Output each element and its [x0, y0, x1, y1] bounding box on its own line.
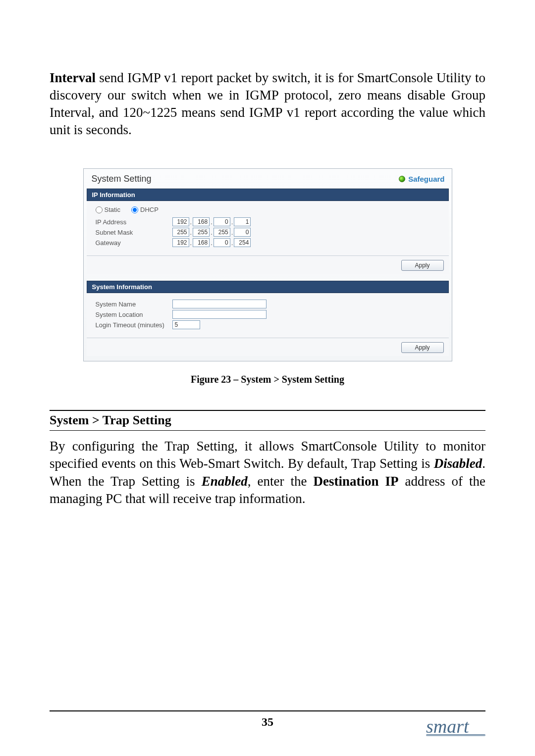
subnet-inputs: . . .	[172, 228, 251, 237]
ip-octet-2[interactable]	[193, 217, 210, 226]
safeguard-indicator: Safeguard	[399, 175, 444, 183]
figure-caption: Figure 23 – System > System Setting	[50, 374, 485, 385]
subnet-octet-2[interactable]	[193, 228, 210, 237]
footer-rule	[50, 710, 485, 711]
login-timeout-label: Login Timeout (minutes)	[96, 321, 172, 329]
system-name-input[interactable]	[172, 300, 267, 308]
gw-octet-2[interactable]	[193, 238, 210, 247]
dot-icon: .	[190, 218, 192, 226]
trap-paragraph: By configuring the Trap Setting, it allo…	[50, 438, 485, 507]
subnet-mask-label: Subnet Mask	[96, 229, 172, 236]
system-location-label: System Location	[96, 311, 172, 318]
gateway-inputs: . . .	[172, 238, 251, 247]
panel-title: System Setting	[92, 174, 152, 184]
static-radio-label[interactable]: Static	[96, 206, 121, 213]
dot-icon: .	[231, 218, 233, 226]
p2-seg3: , enter the	[248, 474, 314, 489]
ip-address-label: IP Address	[96, 218, 172, 226]
safeguard-led-icon	[399, 176, 405, 182]
ip-octet-3[interactable]	[214, 217, 230, 226]
ip-apply-button[interactable]: Apply	[401, 260, 444, 271]
p2-seg1: By configuring the Trap Setting, it allo…	[50, 439, 485, 471]
ip-information-header: IP Information	[87, 189, 449, 201]
ip-address-row: IP Address . . .	[96, 217, 443, 226]
sys-apply-button[interactable]: Apply	[401, 342, 444, 353]
dhcp-text: DHCP	[140, 206, 159, 213]
page-footer: 35 smart	[50, 710, 485, 729]
p2-disabled: Disabled	[434, 456, 482, 471]
dot-icon: .	[190, 239, 192, 247]
subnet-octet-1[interactable]	[172, 228, 189, 237]
dot-icon: .	[211, 229, 213, 236]
gateway-label: Gateway	[96, 239, 172, 247]
subnet-mask-row: Subnet Mask . . .	[96, 228, 443, 237]
dot-icon: .	[231, 229, 233, 236]
login-timeout-row: Login Timeout (minutes)	[96, 320, 443, 329]
ip-octet-4[interactable]	[234, 217, 251, 226]
dot-icon: .	[190, 229, 192, 236]
section-rule-top	[50, 410, 485, 411]
login-timeout-input[interactable]	[172, 320, 200, 329]
interval-text: send IGMP v1 report packet by switch, it…	[50, 70, 485, 137]
ip-mode-radiogroup: Static DHCP	[96, 206, 443, 213]
dot-icon: .	[211, 218, 213, 226]
trap-setting-heading: System > Trap Setting	[50, 413, 485, 429]
system-information-header: System Information	[87, 281, 449, 293]
safeguard-label: Safeguard	[408, 175, 444, 183]
system-location-row: System Location	[96, 310, 443, 319]
system-location-input[interactable]	[172, 310, 267, 319]
ip-octet-1[interactable]	[172, 217, 189, 226]
static-text: Static	[105, 206, 121, 213]
system-information-body: System Name System Location Login Timeou…	[87, 293, 449, 338]
p2-enabled: Enabled	[202, 474, 248, 489]
gw-octet-4[interactable]	[234, 238, 251, 247]
page-number: 35	[50, 715, 485, 729]
interval-label: Interval	[50, 70, 96, 85]
system-name-row: System Name	[96, 300, 443, 308]
subnet-octet-4[interactable]	[234, 228, 251, 237]
panel-titlebar: System Setting Safeguard	[87, 172, 449, 189]
dot-icon: .	[231, 239, 233, 247]
dhcp-radio[interactable]	[131, 206, 138, 213]
ip-address-inputs: . . .	[172, 217, 251, 226]
static-radio[interactable]	[96, 206, 103, 213]
system-name-label: System Name	[96, 301, 172, 308]
ip-information-body: Static DHCP IP Address . . . Subnet Mask…	[87, 201, 449, 255]
gw-octet-3[interactable]	[214, 238, 230, 247]
gw-octet-1[interactable]	[172, 238, 189, 247]
smart-logo: smart	[426, 715, 485, 736]
dot-icon: .	[211, 239, 213, 247]
sys-apply-row: Apply	[87, 338, 449, 356]
ip-apply-row: Apply	[87, 255, 449, 274]
smart-logo-text: smart	[426, 716, 469, 737]
system-setting-panel: System Setting Safeguard IP Information …	[83, 168, 452, 361]
subnet-octet-3[interactable]	[214, 228, 230, 237]
section-rule-under	[50, 430, 485, 431]
intro-paragraph: Interval send IGMP v1 report packet by s…	[50, 69, 485, 139]
p2-dest-ip: Destination IP	[313, 474, 398, 489]
gateway-row: Gateway . . .	[96, 238, 443, 247]
dhcp-radio-label[interactable]: DHCP	[131, 206, 159, 213]
